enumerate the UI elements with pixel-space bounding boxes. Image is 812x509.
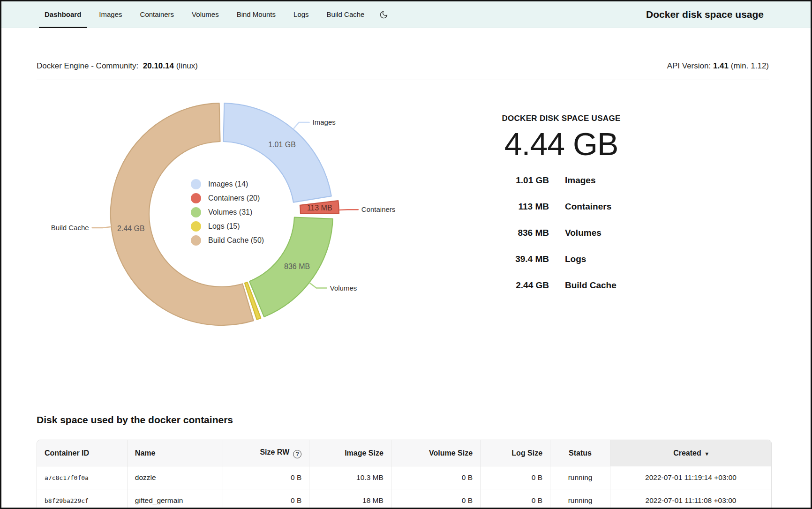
sort-caret-icon: ▾: [706, 450, 708, 457]
summary-label-logs: Logs: [565, 246, 653, 272]
slice-label-volumes: Volumes: [330, 284, 357, 292]
cell-name: dozzle: [127, 466, 223, 489]
summary-total: 4.44 GB: [469, 126, 653, 162]
table-body: a7c8c17f0f0adozzle0 B10.3 MB0 B0 Brunnin…: [37, 466, 771, 509]
tab-bind-mounts[interactable]: Bind Mounts: [231, 1, 281, 28]
legend-item-containers[interactable]: Containers (20): [191, 191, 264, 205]
containers-table: Container IDNameSize RW?Image SizeVolume…: [37, 440, 772, 509]
cell-created: 2022-07-01 11:19:14 +03:00: [610, 466, 771, 489]
moon-icon: [379, 10, 388, 19]
cell-size-rw: 0 B: [223, 489, 309, 509]
disk-usage-summary: DOCKER DISK SPACE USAGE 4.44 GB 1.01 GBI…: [469, 114, 653, 299]
leader-line-build-cache: [92, 227, 111, 228]
api-version-text: API Version: 1.41 (min. 1.12): [667, 60, 769, 72]
column-header-image-size[interactable]: Image Size: [309, 440, 391, 466]
cell-size-rw: 0 B: [223, 466, 309, 489]
cell-created: 2022-07-01 11:11:08 +03:00: [610, 489, 771, 509]
disk-usage-chart-section: 1.01 GBImages113 MBContainers836 MBVolum…: [1, 80, 811, 404]
cell-log-size: 0 B: [480, 489, 550, 509]
summary-title: DOCKER DISK SPACE USAGE: [469, 114, 653, 123]
legend-swatch-images: [191, 179, 201, 189]
column-header-log-size[interactable]: Log Size: [480, 440, 550, 466]
legend-label-build-cache: Build Cache (50): [208, 236, 264, 245]
summary-label-containers: Containers: [565, 194, 653, 220]
column-header-created[interactable]: Created▾: [610, 440, 771, 466]
column-header-container-id[interactable]: Container ID: [37, 440, 127, 466]
app-title: Docker disk space usage: [646, 9, 764, 20]
column-header-volume-size[interactable]: Volume Size: [391, 440, 480, 466]
cell-image-size: 10.3 MB: [309, 466, 391, 489]
summary-size-images: 1.01 GB: [469, 167, 549, 194]
leader-line-containers: [339, 210, 358, 210]
slice-value-build-cache: 2.44 GB: [117, 225, 145, 232]
summary-size-build-cache: 2.44 GB: [469, 272, 549, 299]
cell-volume-size: 0 B: [391, 466, 480, 489]
legend-label-volumes: Volumes (31): [208, 208, 252, 217]
cell-status: running: [550, 489, 610, 509]
tab-dashboard[interactable]: Dashboard: [39, 1, 87, 28]
column-header-name[interactable]: Name: [127, 440, 223, 466]
chart-legend: Images (14)Containers (20)Volumes (31)Lo…: [191, 177, 264, 247]
legend-item-images[interactable]: Images (14): [191, 177, 264, 191]
summary-label-volumes: Volumes: [565, 220, 653, 246]
legend-swatch-containers: [191, 193, 201, 203]
column-header-size-rw[interactable]: Size RW?: [223, 440, 309, 466]
legend-swatch-volumes: [191, 207, 201, 217]
cell-name: gifted_germain: [127, 489, 223, 509]
cell-container-id: a7c8c17f0f0a: [37, 466, 127, 489]
summary-label-images: Images: [565, 167, 653, 194]
cell-status: running: [550, 466, 610, 489]
summary-size-volumes: 836 MB: [469, 220, 549, 246]
slice-label-containers: Containers: [361, 205, 396, 213]
tab-images[interactable]: Images: [93, 1, 128, 28]
cell-volume-size: 0 B: [391, 489, 480, 509]
engine-version-text: Docker Engine - Community: 20.10.14 (lin…: [37, 60, 198, 72]
nav-tabs: DashboardImagesContainersVolumesBind Mou…: [39, 1, 370, 28]
summary-rows: 1.01 GBImages113 MBContainers836 MBVolum…: [469, 167, 653, 299]
cell-log-size: 0 B: [480, 466, 550, 489]
top-navigation: DashboardImagesContainersVolumesBind Mou…: [1, 1, 811, 28]
legend-swatch-logs: [191, 221, 201, 232]
containers-table-heading: Disk space used by the docker containers: [37, 413, 769, 427]
column-header-status[interactable]: Status: [550, 440, 610, 466]
slice-label-build-cache: Build Cache: [51, 224, 89, 232]
legend-label-images: Images (14): [208, 180, 248, 188]
container-row-dozzle[interactable]: a7c8c17f0f0adozzle0 B10.3 MB0 B0 Brunnin…: [37, 466, 771, 489]
tab-logs[interactable]: Logs: [288, 1, 315, 28]
tab-build-cache[interactable]: Build Cache: [321, 1, 370, 28]
legend-item-logs[interactable]: Logs (15): [191, 219, 264, 233]
legend-label-containers: Containers (20): [208, 194, 260, 202]
help-icon[interactable]: ?: [293, 450, 301, 458]
docker-disk-usage-page: DashboardImagesContainersVolumesBind Mou…: [0, 0, 812, 509]
legend-swatch-build-cache: [191, 235, 201, 246]
leader-line-images: [293, 122, 309, 129]
legend-item-volumes[interactable]: Volumes (31): [191, 205, 264, 219]
tab-containers[interactable]: Containers: [135, 1, 180, 28]
dark-mode-toggle[interactable]: [376, 1, 391, 28]
legend-label-logs: Logs (15): [208, 222, 240, 231]
cell-container-id: b8f29ba229cf: [37, 489, 127, 509]
summary-label-build-cache: Build Cache: [565, 272, 653, 299]
tab-volumes[interactable]: Volumes: [186, 1, 225, 28]
container-row-gifted-germain[interactable]: b8f29ba229cfgifted_germain0 B18 MB0 B0 B…: [37, 489, 771, 509]
slice-value-volumes: 836 MB: [284, 262, 310, 270]
slice-value-containers: 113 MB: [307, 204, 332, 212]
legend-item-build-cache[interactable]: Build Cache (50): [191, 233, 264, 247]
engine-info-row: Docker Engine - Community: 20.10.14 (lin…: [37, 60, 769, 72]
summary-size-logs: 39.4 MB: [469, 246, 549, 272]
table-header-row: Container IDNameSize RW?Image SizeVolume…: [37, 440, 771, 466]
slice-value-images: 1.01 GB: [268, 141, 296, 149]
cell-image-size: 18 MB: [309, 489, 391, 509]
slice-label-images: Images: [313, 118, 336, 126]
summary-size-containers: 113 MB: [469, 194, 549, 220]
leader-line-volumes: [310, 283, 327, 288]
